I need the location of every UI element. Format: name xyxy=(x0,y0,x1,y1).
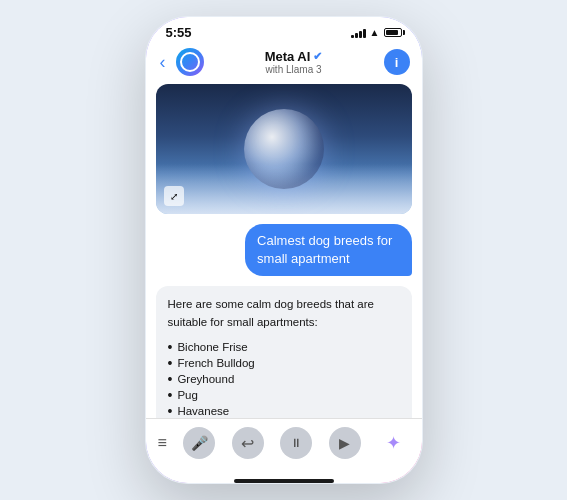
header-subtitle: with Llama 3 xyxy=(212,64,376,75)
breed-list: Bichone Frise French Bulldog Greyhound P… xyxy=(168,339,400,418)
image-expand-button[interactable]: ⤢ xyxy=(164,186,184,206)
breed-item-5-label: Havanese xyxy=(177,405,229,417)
breed-item-1-label: Bichone Frise xyxy=(177,341,247,353)
header-text: Meta AI ✔ with Llama 3 xyxy=(212,49,376,75)
wifi-icon: ▲ xyxy=(370,27,380,38)
back-arrow-button[interactable]: ↩ xyxy=(232,427,264,459)
phone-frame: 5:55 ▲ ‹ Meta AI xyxy=(144,15,424,485)
user-bubble: Calmest dog breeds for small apartment xyxy=(245,224,411,276)
breed-item-1: Bichone Frise xyxy=(168,339,400,355)
back-button[interactable]: ‹ xyxy=(158,50,168,75)
chat-content: ⤢ Calmest dog breeds for small apartment… xyxy=(146,84,422,418)
forward-icon: ▶ xyxy=(339,435,350,451)
mic-button[interactable]: 🎤 xyxy=(183,427,215,459)
breed-item-3: Greyhound xyxy=(168,371,400,387)
user-message: Calmest dog breeds for small apartment xyxy=(156,224,412,276)
header-name: Meta AI ✔ xyxy=(212,49,376,64)
verified-badge: ✔ xyxy=(313,50,322,63)
meta-ai-logo xyxy=(176,48,204,76)
breed-item-4-label: Pug xyxy=(177,389,197,401)
bottom-toolbar: ≡ 🎤 ↩ ⏸ ▶ ✦ xyxy=(146,418,422,475)
status-time: 5:55 xyxy=(166,25,192,40)
ai-response-intro: Here are some calm dog breeds that are s… xyxy=(168,296,400,331)
info-button[interactable]: i xyxy=(384,49,410,75)
forward-button[interactable]: ▶ xyxy=(329,427,361,459)
breed-item-2-label: French Bulldog xyxy=(177,357,254,369)
signal-icon xyxy=(351,28,366,38)
home-indicator xyxy=(234,479,334,483)
battery-icon xyxy=(384,28,402,37)
chat-header: ‹ Meta AI ✔ with Llama 3 i xyxy=(146,44,422,84)
ai-image: ⤢ xyxy=(156,84,412,214)
mic-icon: 🎤 xyxy=(191,435,208,451)
back-arrow-icon: ↩ xyxy=(241,434,254,453)
pause-button[interactable]: ⏸ xyxy=(280,427,312,459)
sparkle-button[interactable]: ✦ xyxy=(378,427,410,459)
ai-name-label: Meta AI xyxy=(265,49,311,64)
breed-item-5: Havanese xyxy=(168,403,400,418)
status-bar: 5:55 ▲ xyxy=(146,17,422,44)
ai-sphere xyxy=(244,109,324,189)
phone-inner: 5:55 ▲ ‹ Meta AI xyxy=(146,17,422,483)
breed-item-2: French Bulldog xyxy=(168,355,400,371)
breed-item-4: Pug xyxy=(168,387,400,403)
status-icons: ▲ xyxy=(351,27,402,38)
menu-button[interactable]: ≡ xyxy=(158,434,167,452)
pause-icon: ⏸ xyxy=(290,436,302,450)
breed-item-3-label: Greyhound xyxy=(177,373,234,385)
ai-response: Here are some calm dog breeds that are s… xyxy=(156,286,412,418)
